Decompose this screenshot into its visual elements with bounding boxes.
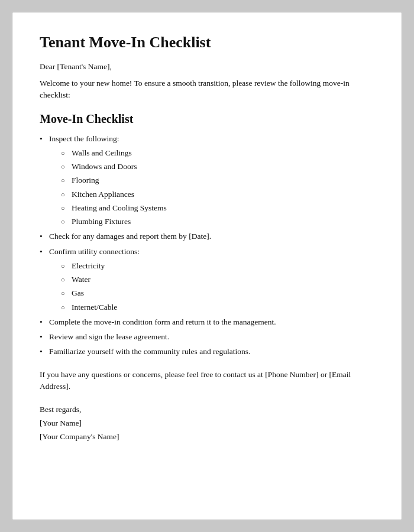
section-title: Move-In Checklist <box>40 112 374 126</box>
list-item: Familiarize yourself with the community … <box>40 346 374 358</box>
list-item: Windows and Doors <box>61 161 374 173</box>
list-item: Review and sign the lease agreement. <box>40 331 374 343</box>
list-item: Kitchen Appliances <box>61 189 374 200</box>
closing-line2: [Your Name] <box>40 417 374 430</box>
contact-text: If you have any questions or concerns, p… <box>40 369 374 393</box>
sub-list: Walls and Ceilings Windows and Doors Flo… <box>61 147 374 228</box>
closing-line1: Best regards, <box>40 403 374 417</box>
list-item: Walls and Ceilings <box>61 147 374 159</box>
list-item: Internet/Cable <box>61 301 374 313</box>
list-item: Water <box>61 274 374 286</box>
list-item: Confirm utility connections: Electricity… <box>40 246 374 313</box>
list-item: Heating and Cooling Systems <box>61 202 374 214</box>
list-item: Plumbing Fixtures <box>61 216 374 228</box>
document-title: Tenant Move-In Checklist <box>40 34 374 51</box>
document-container: Tenant Move-In Checklist Dear [Tenant's … <box>12 12 402 520</box>
closing-section: Best regards, [Your Name] [Your Company'… <box>40 403 374 444</box>
list-item: Flooring <box>61 174 374 186</box>
list-item: Inspect the following: Walls and Ceiling… <box>40 133 374 228</box>
list-item: Complete the move-in condition form and … <box>40 316 374 328</box>
checklist: Inspect the following: Walls and Ceiling… <box>40 133 374 358</box>
sub-list: Electricity Water Gas Internet/Cable <box>61 260 374 313</box>
greeting-text: Dear [Tenant's Name], <box>40 62 374 72</box>
intro-text: Welcome to your new home! To ensure a sm… <box>40 77 374 102</box>
closing-line3: [Your Company's Name] <box>40 430 374 444</box>
list-item: Gas <box>61 287 374 299</box>
list-item: Check for any damages and report them by… <box>40 231 374 242</box>
list-item: Electricity <box>61 260 374 272</box>
